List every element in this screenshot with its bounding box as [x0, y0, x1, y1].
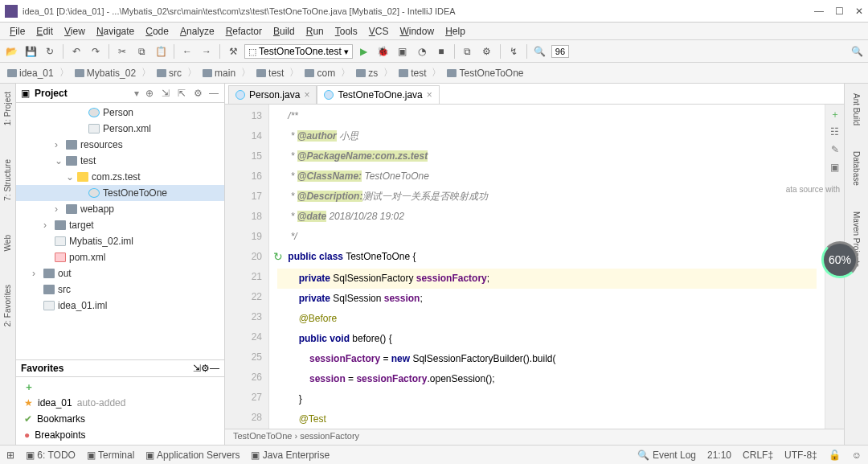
fav-breakpoints[interactable]: ●Breakpoints: [16, 427, 224, 443]
tree-item-testonetoone[interactable]: TestOneToOne: [16, 185, 224, 201]
crumb-zs[interactable]: zs: [354, 66, 380, 80]
favorites-label[interactable]: Favorites: [21, 363, 193, 374]
expand-icon[interactable]: ⇱: [176, 88, 187, 99]
structure-icon[interactable]: ⧉: [460, 43, 476, 60]
collapse-icon[interactable]: ⇲: [160, 88, 171, 99]
menu-file[interactable]: File: [5, 24, 30, 39]
crumb-com[interactable]: com: [302, 66, 338, 80]
fav-collapse-icon[interactable]: ⇲: [193, 363, 201, 374]
editor-add-icon[interactable]: ＋: [829, 108, 841, 121]
cut-icon[interactable]: ✂: [114, 43, 130, 60]
close-tab-icon[interactable]: ×: [304, 89, 309, 101]
run-marker-icon[interactable]: ↻: [273, 247, 283, 267]
menu-tools[interactable]: Tools: [330, 24, 362, 39]
zoom-level[interactable]: 96: [551, 45, 569, 58]
minimize-button[interactable]: —: [814, 6, 824, 17]
menu-navigate[interactable]: Navigate: [92, 24, 139, 39]
event-log-button[interactable]: 🔍 Event Log: [637, 450, 696, 461]
vcs-icon[interactable]: ↯: [506, 43, 522, 60]
zoom-icon[interactable]: 🔍: [532, 43, 548, 60]
menu-vcs[interactable]: VCS: [364, 24, 394, 39]
close-button[interactable]: ✕: [855, 6, 863, 17]
menu-view[interactable]: View: [59, 24, 90, 39]
run-config-select[interactable]: ⬚ TestOneToOne.test ▾: [244, 44, 353, 59]
menu-help[interactable]: Help: [440, 24, 470, 39]
tree-item-pom-xml[interactable]: pom.xml: [16, 249, 224, 265]
hide-icon[interactable]: —: [208, 88, 219, 99]
left-tool-2-favorites[interactable]: 2: Favorites: [3, 280, 12, 331]
close-tab-icon[interactable]: ×: [427, 89, 432, 101]
right-tool-ant-build[interactable]: Ant Build: [852, 88, 861, 130]
stop-button[interactable]: ■: [433, 43, 449, 60]
editor-tool3-icon[interactable]: ▣: [829, 161, 841, 174]
sync-icon[interactable]: ↻: [42, 43, 58, 60]
tree-item-src[interactable]: src: [16, 281, 224, 298]
redo-icon[interactable]: ↷: [88, 43, 104, 60]
tree-item-test[interactable]: ⌄test: [16, 153, 224, 169]
menu-analyze[interactable]: Analyze: [175, 24, 219, 39]
crumb-test[interactable]: test: [396, 66, 428, 80]
menu-code[interactable]: Code: [141, 24, 174, 39]
caret-position[interactable]: 21:10: [707, 450, 731, 461]
maximize-button[interactable]: ☐: [835, 6, 844, 17]
hector-icon[interactable]: ☺: [852, 450, 862, 461]
project-view-icon[interactable]: ▣: [21, 88, 30, 99]
right-tool-database[interactable]: Database: [852, 146, 861, 191]
undo-icon[interactable]: ↶: [68, 43, 84, 60]
tree-item-idea_01-iml[interactable]: idea_01.iml: [16, 298, 224, 314]
tree-item-com-zs-test[interactable]: ⌄com.zs.test: [16, 169, 224, 185]
tree-item-mybatis_02-iml[interactable]: Mybatis_02.iml: [16, 233, 224, 249]
open-icon[interactable]: 📂: [3, 43, 19, 60]
tab-person-java[interactable]: Person.java×: [228, 85, 317, 104]
search-everywhere-icon[interactable]: 🔍: [849, 43, 865, 60]
add-favorite-icon[interactable]: ＋: [24, 380, 34, 394]
settings-icon[interactable]: ⚙: [479, 43, 495, 60]
status-terminal[interactable]: ▣ Terminal: [87, 450, 134, 461]
menu-window[interactable]: Window: [395, 24, 439, 39]
project-panel-label[interactable]: Project: [35, 88, 129, 99]
editor-tool1-icon[interactable]: ☷: [829, 125, 841, 138]
fav-hide-icon[interactable]: —: [210, 363, 219, 374]
crumb-idea_01[interactable]: idea_01: [5, 66, 56, 80]
file-encoding[interactable]: UTF-8‡: [784, 450, 817, 461]
status-application-servers[interactable]: ▣ Application Servers: [145, 450, 240, 461]
status-6-todo[interactable]: ▣ 6: TODO: [26, 450, 76, 461]
run-button[interactable]: ▶: [356, 43, 372, 60]
tree-item-person[interactable]: Person: [16, 105, 224, 121]
menu-run[interactable]: Run: [301, 24, 329, 39]
profile-icon[interactable]: ◔: [414, 43, 430, 60]
readonly-lock-icon[interactable]: 🔓: [829, 450, 841, 461]
tree-item-out[interactable]: ›out: [16, 265, 224, 281]
left-tool-7-structure[interactable]: 7: Structure: [3, 154, 12, 206]
back-icon[interactable]: ←: [179, 43, 195, 60]
paste-icon[interactable]: 📋: [153, 43, 169, 60]
menu-edit[interactable]: Edit: [31, 24, 58, 39]
code-editor[interactable]: /** * @author 小思 * @PackageName:com.zs.t…: [269, 105, 825, 429]
fav-idea_01[interactable]: ★idea_01 auto-added: [16, 395, 224, 411]
tree-item-webapp[interactable]: ›webapp: [16, 201, 224, 217]
code-breadcrumb[interactable]: TestOneToOne › sessionFactory: [225, 429, 844, 445]
tree-item-target[interactable]: ›target: [16, 217, 224, 233]
line-ending[interactable]: CRLF‡: [743, 450, 773, 461]
tree-item-person-xml[interactable]: Person.xml: [16, 121, 224, 137]
crumb-test[interactable]: test: [254, 66, 286, 80]
menu-build[interactable]: Build: [268, 24, 300, 39]
editor-tool2-icon[interactable]: ✎: [829, 143, 841, 156]
crumb-src[interactable]: src: [154, 66, 184, 80]
status-java-enterprise[interactable]: ▣ Java Enterprise: [251, 450, 330, 461]
crumb-Mybatis_02[interactable]: Mybatis_02: [72, 66, 138, 80]
debug-button[interactable]: 🐞: [375, 43, 391, 60]
status-windowed-icon[interactable]: ⊞: [6, 450, 14, 461]
fav-bookmarks[interactable]: ✔Bookmarks: [16, 411, 224, 427]
coverage-icon[interactable]: ▣: [395, 43, 411, 60]
tree-item-resources[interactable]: ›resources: [16, 137, 224, 153]
left-tool-1-project[interactable]: 1: Project: [3, 87, 12, 130]
forward-icon[interactable]: →: [199, 43, 215, 60]
save-icon[interactable]: 💾: [23, 43, 39, 60]
left-tool-web[interactable]: Web: [3, 230, 12, 256]
tab-testonetoone-java[interactable]: TestOneToOne.java×: [317, 85, 439, 104]
crumb-main[interactable]: main: [200, 66, 238, 80]
build-icon[interactable]: ⚒: [225, 43, 241, 60]
autoscroll-icon[interactable]: ⊕: [144, 88, 155, 99]
fav-gear-icon[interactable]: ⚙: [201, 363, 210, 374]
